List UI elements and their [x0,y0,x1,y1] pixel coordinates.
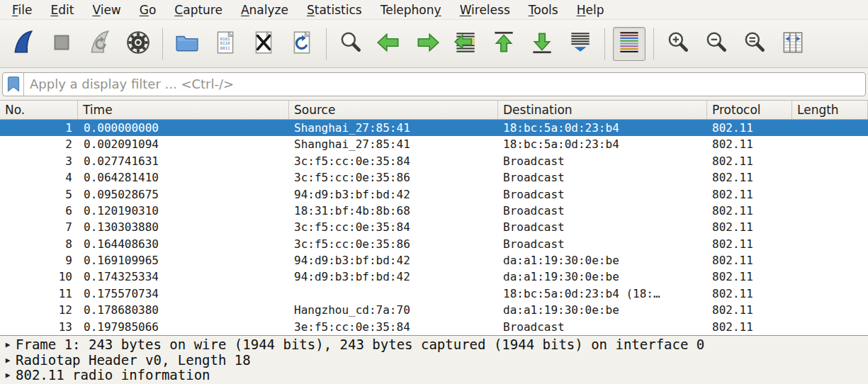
cell-no: 3 [0,153,78,169]
wireshark-window: FileEditViewGoCaptureAnalyzeStatisticsTe… [0,0,868,384]
cell-length [792,120,868,136]
detail-tree-item[interactable]: ▶Radiotap Header v0, Length 18 [0,353,868,368]
cell-length [792,203,868,219]
packet-row-7[interactable]: 70.1303038803c:f5:cc:0e:35:84Broadcast80… [0,219,868,235]
cell-protocol: 802.11 [707,219,792,235]
cell-time: 0.027741631 [78,153,289,169]
close-file-icon [250,29,277,59]
menu-help[interactable]: Help [568,1,614,19]
column-header-protocol[interactable]: Protocol [707,101,792,119]
packet-row-4[interactable]: 40.0642814103c:f5:cc:0e:35:86Broadcast80… [0,169,868,186]
filter-toolbar [0,68,868,101]
save-file-button[interactable]: 010101100011 [209,27,242,61]
menu-edit[interactable]: Edit [41,1,83,19]
reload-file-button[interactable] [286,27,318,61]
column-header-destination[interactable]: Destination [498,101,707,119]
cell-no: 12 [0,302,78,318]
zoom-in-icon [665,29,692,59]
start-capture-button[interactable] [7,27,40,61]
cell-length [792,269,868,285]
cell-source [289,286,498,302]
menu-tools[interactable]: Tools [519,1,568,19]
close-file-button[interactable] [247,27,280,61]
filter-bookmark-icon[interactable] [3,73,24,96]
start-capture-icon [10,29,37,59]
packet-row-5[interactable]: 50.09502867594:d9:b3:bf:bd:42Broadcast80… [0,186,868,203]
open-file-button[interactable] [171,27,203,61]
go-last-packet-button[interactable] [526,27,558,61]
packet-row-13[interactable]: 130.1979850663e:f5:cc:0e:35:84Broadcast8… [0,319,868,335]
cell-length [792,153,868,169]
menu-analyze[interactable]: Analyze [232,1,298,19]
column-header-no[interactable]: No. [0,101,78,119]
go-forward-button[interactable] [411,27,444,61]
go-first-packet-button[interactable] [487,27,520,61]
resize-columns-button[interactable] [777,27,809,61]
packet-row-8[interactable]: 80.1644086303c:f5:cc:0e:35:86Broadcast80… [0,236,868,252]
stop-capture-button[interactable] [45,27,78,61]
packet-row-1[interactable]: 10.000000000Shanghai_27:85:4118:bc:5a:0d… [0,120,868,136]
zoom-out-icon [703,29,730,59]
cell-destination: da:a1:19:30:0e:be [498,252,707,269]
expander-collapsed-icon[interactable]: ▶ [0,368,16,383]
cell-time: 0.120190310 [78,203,289,219]
display-filter-input[interactable] [24,73,865,96]
go-to-packet-button[interactable] [449,27,482,61]
menu-statistics[interactable]: Statistics [298,1,371,19]
cell-protocol: 802.11 [707,269,792,285]
packet-row-9[interactable]: 90.16910996594:d9:b3:bf:bd:42da:a1:19:30… [0,252,868,269]
find-packet-button[interactable] [334,27,367,61]
cell-protocol: 802.11 [707,236,792,252]
packet-row-10[interactable]: 100.17432533494:d9:b3:bf:bd:42da:a1:19:3… [0,269,868,285]
packet-row-11[interactable]: 110.17557073418:bc:5a:0d:23:b4 (18:…802.… [0,286,868,302]
cell-protocol: 802.11 [707,120,792,136]
menu-wireless[interactable]: Wireless [451,1,519,19]
column-header-time[interactable]: Time [78,101,289,119]
packet-detail-pane: ▶Frame 1: 243 bytes on wire (1944 bits),… [0,335,868,384]
capture-options-icon [125,29,152,59]
zoom-in-button[interactable] [662,27,694,61]
cell-destination: Broadcast [498,236,707,252]
menu-telephony[interactable]: Telephony [371,1,451,19]
reload-file-icon [288,29,315,59]
packet-row-6[interactable]: 60.12019031018:31:bf:4b:8b:68Broadcast80… [0,203,868,219]
menu-capture[interactable]: Capture [165,1,232,19]
menu-file[interactable]: File [3,1,41,19]
cell-time: 0.064281410 [78,169,289,186]
cell-no: 13 [0,319,78,335]
cell-source: 94:d9:b3:bf:bd:42 [289,186,498,203]
auto-scroll-button[interactable] [564,27,597,61]
svg-text:0110: 0110 [220,41,230,45]
cell-time: 0.000000000 [78,120,289,136]
menu-view[interactable]: View [83,1,130,19]
toolbar-separator [604,28,605,60]
cell-destination: da:a1:19:30:0e:be [498,302,707,318]
zoom-out-button[interactable] [700,27,733,61]
expander-collapsed-icon[interactable]: ▶ [0,353,16,368]
cell-time: 0.095028675 [78,186,289,203]
detail-tree-item[interactable]: ▶802.11 radio information [0,368,868,383]
toolbar-separator [653,28,654,60]
cell-no: 10 [0,269,78,285]
colorize-packets-button[interactable] [613,27,646,61]
packet-row-2[interactable]: 20.002091094Shanghai_27:85:4118:bc:5a:0d… [0,136,868,152]
restart-capture-button[interactable] [84,27,116,61]
packet-row-3[interactable]: 30.0277416313c:f5:cc:0e:35:84Broadcast80… [0,153,868,169]
cell-source: Hangzhou_cd:7a:70 [289,302,498,318]
packet-row-12[interactable]: 120.178680380Hangzhou_cd:7a:70da:a1:19:3… [0,302,868,318]
cell-length [792,169,868,186]
expander-collapsed-icon[interactable]: ▶ [0,337,16,353]
cell-time: 0.130303880 [78,219,289,235]
column-header-source[interactable]: Source [289,101,498,119]
display-filter-box[interactable] [2,72,866,96]
capture-options-button[interactable] [122,27,154,61]
go-back-button[interactable] [373,27,405,61]
detail-tree-item[interactable]: ▶Frame 1: 243 bytes on wire (1944 bits),… [0,337,868,353]
column-header-length[interactable]: Length [792,101,868,119]
menu-go[interactable]: Go [130,1,166,19]
zoom-original-button[interactable] [738,27,771,61]
cell-destination: Broadcast [498,203,707,219]
cell-no: 11 [0,286,78,302]
cell-no: 9 [0,252,78,269]
open-file-icon [174,29,201,59]
